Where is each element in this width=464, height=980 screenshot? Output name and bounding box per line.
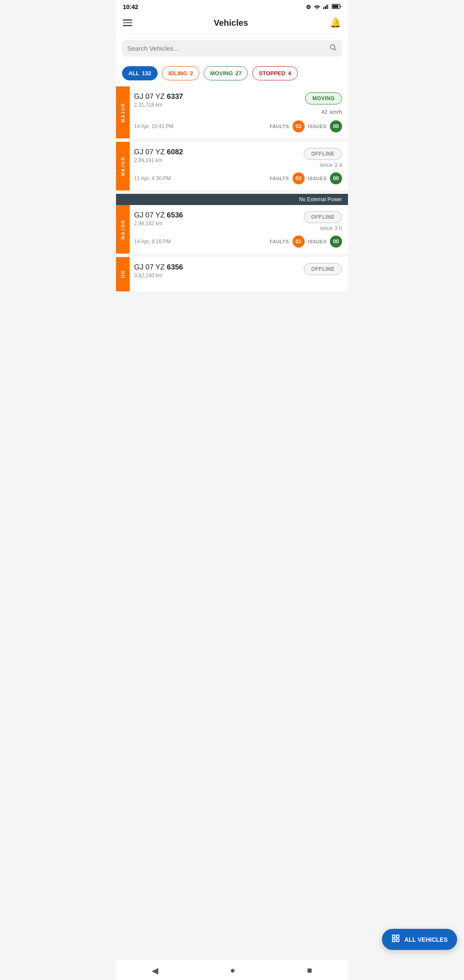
filter-moving-count: 27	[235, 70, 241, 77]
vehicle-id: GJ 07 YZ 6337	[134, 92, 183, 101]
vehicle-card[interactable]: MAJOR GJ 07 YZ 6536 2,96,142 km OFFLINE …	[116, 205, 348, 254]
search-input[interactable]	[127, 45, 326, 52]
card-stats: FAULTS 03 ISSUES 00	[270, 172, 342, 184]
faults-count: 03	[293, 120, 305, 132]
vehicle-card-partial[interactable]: OR GJ 07 YZ 6356 3,82,240 km OFFLINE	[116, 257, 348, 291]
vehicle-card[interactable]: MAJOR GJ 07 YZ 6337 2,31,718 km MOVING 4…	[116, 86, 348, 138]
top-bar: Vehicles 🔔	[116, 12, 348, 35]
card-top: GJ 07 YZ 6536 2,96,142 km OFFLINE since …	[134, 211, 342, 231]
wifi-icon	[314, 4, 321, 10]
card-content: GJ 07 YZ 6536 2,96,142 km OFFLINE since …	[130, 205, 348, 254]
card-stats: FAULTS 03 ISSUES 00	[270, 120, 342, 132]
vehicle-speed: 42 km/h	[305, 106, 342, 116]
vehicle-info: GJ 07 YZ 6356 3,82,240 km	[134, 263, 183, 279]
issues-count: 00	[330, 236, 342, 248]
vehicle-id: GJ 07 YZ 6536	[134, 211, 183, 220]
vehicle-since: since 3 h	[304, 225, 342, 231]
vehicle-card-wrapper: No External Power MAJOR GJ 07 YZ 6536 2,…	[116, 194, 348, 257]
side-label-major: MAJOR	[116, 142, 130, 190]
svg-rect-0	[323, 7, 324, 9]
search-button[interactable]	[329, 43, 337, 53]
vehicle-km: 3,82,240 km	[134, 273, 183, 279]
card-date: 11 Apr, 4:30 PM	[134, 175, 171, 181]
vehicle-status-group: OFFLINE	[304, 263, 342, 275]
faults-label: FAULTS	[270, 176, 289, 181]
issues-label: ISSUES	[308, 176, 327, 181]
filter-tabs: ALL 132 IDLING 2 MOVING 27 STOPPED 4	[116, 62, 348, 86]
faults-label: FAULTS	[270, 124, 289, 129]
filter-tab-stopped[interactable]: STOPPED 4	[252, 66, 297, 80]
filter-all-count: 132	[142, 70, 151, 77]
card-top: GJ 07 YZ 6082 2,89,191 km OFFLINE since …	[134, 148, 342, 168]
card-date: 14 Apr, 10:41 PM	[134, 123, 174, 129]
vehicle-list: MAJOR GJ 07 YZ 6337 2,31,718 km MOVING 4…	[116, 86, 348, 329]
svg-rect-3	[328, 4, 329, 9]
page-title: Vehicles	[214, 18, 248, 28]
vehicle-km: 2,89,191 km	[134, 157, 183, 163]
search-container	[116, 35, 348, 62]
status-icons: ⚙	[306, 4, 341, 10]
vehicle-info: GJ 07 YZ 6536 2,96,142 km	[134, 211, 183, 227]
vehicle-km: 2,96,142 km	[134, 220, 183, 227]
side-label-major: MAJOR	[116, 86, 130, 138]
notification-bell-icon[interactable]: 🔔	[330, 17, 341, 28]
vehicle-status-group: MOVING 42 km/h	[305, 92, 342, 116]
faults-count: 01	[293, 236, 305, 248]
svg-rect-5	[333, 5, 339, 8]
filter-tab-idling[interactable]: IDLING 2	[162, 66, 199, 80]
filter-stopped-label: STOPPED	[259, 70, 285, 77]
card-top: GJ 07 YZ 6337 2,31,718 km MOVING 42 km/h	[134, 92, 342, 116]
svg-rect-6	[340, 6, 341, 7]
side-label-major: MAJOR	[116, 205, 130, 254]
status-badge-moving: MOVING	[305, 92, 342, 104]
card-stats: FAULTS 01 ISSUES 00	[270, 236, 342, 248]
vehicle-km: 2,31,718 km	[134, 102, 183, 108]
svg-rect-1	[325, 6, 326, 9]
status-badge-offline: OFFLINE	[304, 148, 342, 160]
vehicle-card[interactable]: MAJOR GJ 07 YZ 6082 2,89,191 km OFFLINE …	[116, 142, 348, 190]
card-content: GJ 07 YZ 6356 3,82,240 km OFFLINE	[130, 257, 348, 291]
filter-all-label: ALL	[128, 70, 139, 77]
vehicle-status-group: OFFLINE since 3 d	[304, 148, 342, 168]
card-bottom: 14 Apr, 8:16 PM FAULTS 01 ISSUES 00	[134, 236, 342, 248]
card-bottom: 14 Apr, 10:41 PM FAULTS 03 ISSUES 00	[134, 120, 342, 132]
vehicle-info: GJ 07 YZ 6082 2,89,191 km	[134, 148, 183, 163]
search-box	[122, 40, 342, 57]
vehicle-info: GJ 07 YZ 6337 2,31,718 km	[134, 92, 183, 108]
filter-stopped-count: 4	[288, 70, 291, 77]
status-time: 10:42	[123, 3, 138, 10]
status-badge-offline: OFFLINE	[304, 211, 342, 223]
card-content: GJ 07 YZ 6337 2,31,718 km MOVING 42 km/h…	[130, 86, 348, 138]
status-badge-offline: OFFLINE	[304, 263, 342, 275]
issues-label: ISSUES	[308, 239, 327, 244]
vehicle-status-group: OFFLINE since 3 h	[304, 211, 342, 231]
side-label-or: OR	[116, 257, 130, 291]
tooltip-bar: No External Power	[116, 194, 348, 205]
vehicle-id: GJ 07 YZ 6082	[134, 148, 183, 156]
settings-icon: ⚙	[306, 4, 311, 10]
menu-button[interactable]	[123, 19, 132, 26]
card-bottom: 11 Apr, 4:30 PM FAULTS 03 ISSUES 00	[134, 172, 342, 184]
filter-idling-label: IDLING	[168, 70, 187, 77]
faults-label: FAULTS	[270, 239, 289, 244]
faults-count: 03	[293, 172, 305, 184]
vehicle-since: since 3 d	[304, 162, 342, 168]
svg-rect-2	[327, 5, 328, 9]
card-date: 14 Apr, 8:16 PM	[134, 239, 171, 245]
filter-tab-moving[interactable]: MOVING 27	[204, 66, 248, 80]
card-content: GJ 07 YZ 6082 2,89,191 km OFFLINE since …	[130, 142, 348, 190]
filter-tab-all[interactable]: ALL 132	[122, 66, 158, 80]
status-bar: 10:42 ⚙	[116, 0, 348, 12]
svg-point-7	[330, 45, 335, 49]
vehicle-id: GJ 07 YZ 6356	[134, 263, 183, 272]
filter-idling-count: 2	[190, 70, 193, 77]
filter-moving-label: MOVING	[210, 70, 233, 77]
svg-line-8	[334, 49, 336, 50]
issues-count: 00	[330, 120, 342, 132]
signal-icon	[323, 4, 329, 10]
issues-label: ISSUES	[308, 124, 327, 129]
card-top: GJ 07 YZ 6356 3,82,240 km OFFLINE	[134, 263, 342, 279]
issues-count: 00	[330, 172, 342, 184]
battery-icon	[332, 4, 341, 10]
